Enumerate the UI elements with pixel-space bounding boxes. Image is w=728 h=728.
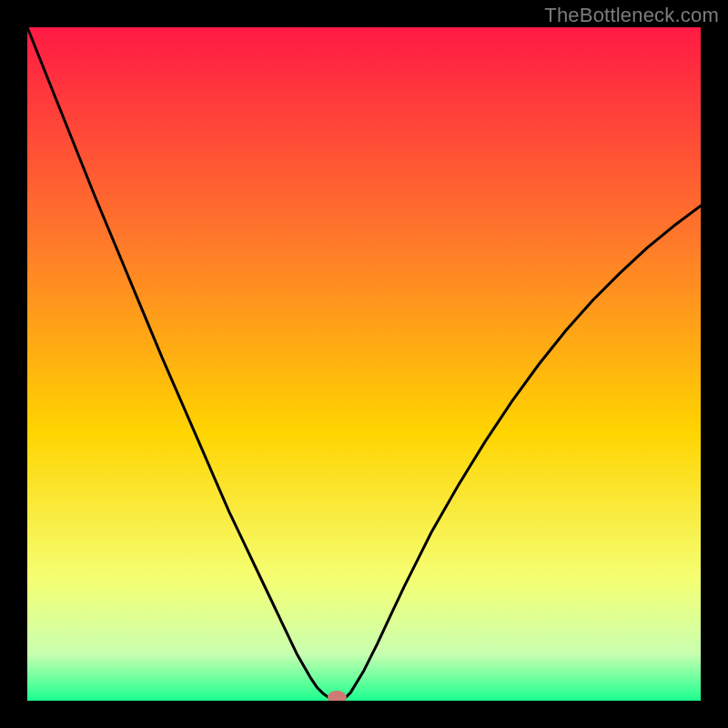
plot-gradient-background bbox=[27, 27, 701, 701]
bottleneck-curve-plot bbox=[0, 0, 728, 728]
chart-container: TheBottleneck.com bbox=[0, 0, 728, 728]
watermark-text: TheBottleneck.com bbox=[544, 4, 719, 27]
